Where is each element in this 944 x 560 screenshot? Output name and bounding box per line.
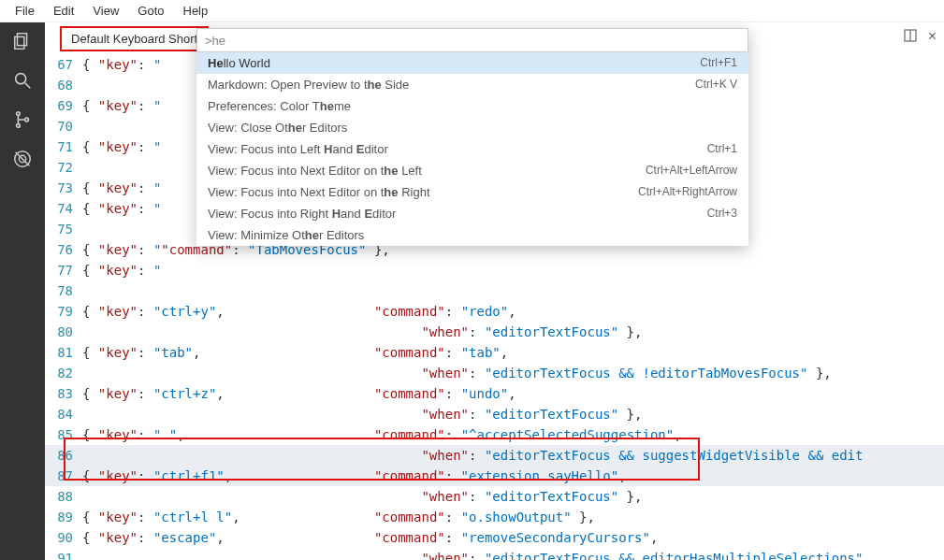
palette-item[interactable]: View: Focus into Next Editor on the Righ… — [196, 181, 748, 203]
code-line[interactable]: 82 "when": "editorTextFocus && !editorTa… — [45, 363, 944, 383]
line-number: 72 — [45, 157, 82, 178]
palette-item-label: View: Minimize Other Editors — [208, 228, 364, 242]
git-icon[interactable] — [11, 108, 34, 131]
code-line[interactable]: 79{ "key": "ctrl+y", "command": "redo", — [45, 301, 944, 322]
menu-view[interactable]: View — [85, 2, 126, 20]
line-number: 85 — [45, 424, 82, 445]
svg-point-6 — [25, 118, 29, 122]
code-content: { "key": "escape", "command": "removeSec… — [82, 527, 944, 548]
command-palette-input[interactable] — [196, 28, 748, 52]
line-number: 71 — [45, 136, 82, 157]
split-editor-icon[interactable] — [904, 29, 917, 45]
command-palette: Hello WorldCtrl+F1Markdown: Open Preview… — [196, 28, 748, 246]
menu-file[interactable]: File — [7, 2, 42, 20]
palette-item-label: View: Focus into Left Hand Editor — [208, 142, 388, 156]
svg-line-9 — [16, 152, 30, 166]
menu-edit[interactable]: Edit — [46, 2, 81, 20]
command-palette-list: Hello WorldCtrl+F1Markdown: Open Preview… — [196, 52, 748, 246]
line-number: 70 — [45, 116, 82, 136]
line-number: 79 — [45, 301, 82, 322]
palette-item[interactable]: Hello WorldCtrl+F1 — [196, 52, 748, 74]
line-number: 75 — [45, 219, 82, 239]
code-content: "when": "editorTextFocus && editorHasMul… — [82, 548, 944, 560]
code-line[interactable]: 90{ "key": "escape", "command": "removeS… — [45, 527, 944, 548]
close-icon[interactable]: × — [928, 28, 937, 45]
palette-item[interactable]: Markdown: Open Preview to the SideCtrl+K… — [196, 74, 748, 95]
code-line[interactable]: 91 "when": "editorTextFocus && editorHas… — [45, 548, 944, 560]
palette-item-label: View: Close Other Editors — [208, 121, 347, 135]
palette-item[interactable]: View: Close Other Editors — [196, 117, 748, 138]
palette-item-label: Hello World — [208, 56, 270, 70]
line-number: 89 — [45, 507, 82, 527]
svg-line-3 — [25, 83, 31, 89]
palette-item-label: View: Focus into Next Editor on the Left — [208, 164, 422, 178]
line-number: 84 — [45, 404, 82, 424]
menu-help[interactable]: Help — [176, 2, 216, 20]
line-number: 88 — [45, 486, 82, 507]
code-content: "when": "editorTextFocus" }, — [82, 322, 944, 342]
palette-item-shortcut: Ctrl+Alt+LeftArrow — [646, 164, 737, 178]
code-content: "when": "editorTextFocus" }, — [82, 486, 944, 507]
code-line[interactable]: 83{ "key": "ctrl+z", "command": "undo", — [45, 383, 944, 404]
editor-actions: × — [904, 28, 937, 45]
line-number: 86 — [45, 445, 82, 466]
palette-item[interactable]: View: Focus into Right Hand EditorCtrl+3 — [196, 203, 748, 224]
line-number: 67 — [45, 54, 82, 75]
palette-item[interactable]: View: Focus into Next Editor on the Left… — [196, 160, 748, 181]
code-content: "when": "editorTextFocus && suggestWidge… — [82, 445, 944, 466]
code-content: "when": "editorTextFocus" }, — [82, 404, 944, 424]
code-line[interactable]: 89{ "key": "ctrl+l l", "command": "o.sho… — [45, 507, 944, 527]
line-number: 77 — [45, 260, 82, 280]
palette-item-shortcut: Ctrl+3 — [707, 207, 737, 221]
svg-point-5 — [17, 124, 21, 128]
menu-bar: File Edit View Goto Help — [0, 0, 944, 22]
palette-item[interactable]: View: Focus into Left Hand EditorCtrl+1 — [196, 138, 748, 160]
line-number: 78 — [45, 280, 82, 301]
code-line[interactable]: 77{ "key": " — [45, 260, 944, 280]
palette-item[interactable]: View: Minimize Other Editors — [196, 224, 748, 246]
code-line[interactable]: 85{ "key": ".", "command": "^acceptSelec… — [45, 424, 944, 445]
palette-item-shortcut: Ctrl+Alt+RightArrow — [638, 185, 737, 199]
code-content: { "key": "ctrl+f1", "command": "extensio… — [82, 466, 944, 486]
palette-item-label: Preferences: Color Theme — [208, 99, 351, 113]
code-content: { "key": " — [82, 260, 944, 280]
code-line[interactable]: 78 — [45, 280, 944, 301]
tab-bar: Default Keyboard Short — [45, 22, 209, 54]
svg-point-2 — [16, 74, 26, 84]
tab-keybindings[interactable]: Default Keyboard Short — [60, 26, 209, 51]
line-number: 91 — [45, 548, 82, 560]
palette-item-shortcut: Ctrl+1 — [707, 142, 737, 156]
line-number: 80 — [45, 322, 82, 342]
code-content: { "key": "ctrl+z", "command": "undo", — [82, 383, 944, 404]
debug-icon[interactable] — [11, 148, 34, 170]
line-number: 73 — [45, 178, 82, 198]
palette-item-label: View: Focus into Right Hand Editor — [208, 207, 396, 221]
line-number: 87 — [45, 466, 82, 486]
line-number: 76 — [45, 239, 82, 260]
code-line[interactable]: 80 "when": "editorTextFocus" }, — [45, 322, 944, 342]
code-line[interactable]: 87{ "key": "ctrl+f1", "command": "extens… — [45, 466, 944, 486]
menu-goto[interactable]: Goto — [130, 2, 171, 20]
code-line[interactable]: 84 "when": "editorTextFocus" }, — [45, 404, 944, 424]
palette-item-label: View: Focus into Next Editor on the Righ… — [208, 185, 430, 199]
line-number: 74 — [45, 198, 82, 219]
line-number: 83 — [45, 383, 82, 404]
files-icon[interactable] — [11, 30, 34, 52]
code-content: "when": "editorTextFocus && !editorTabMo… — [82, 363, 944, 383]
line-number: 81 — [45, 342, 82, 363]
code-content: { "key": "ctrl+y", "command": "redo", — [82, 301, 944, 322]
search-icon[interactable] — [11, 69, 34, 92]
code-content: { "key": "ctrl+l l", "command": "o.showO… — [82, 507, 944, 527]
palette-item[interactable]: Preferences: Color Theme — [196, 95, 748, 117]
line-number: 82 — [45, 363, 82, 383]
code-line[interactable]: 88 "when": "editorTextFocus" }, — [45, 486, 944, 507]
palette-item-shortcut: Ctrl+K V — [695, 78, 737, 92]
line-number: 68 — [45, 75, 82, 95]
code-line[interactable]: 81{ "key": "tab", "command": "tab", — [45, 342, 944, 363]
code-line[interactable]: 86 "when": "editorTextFocus && suggestWi… — [45, 445, 944, 466]
svg-rect-0 — [18, 34, 27, 46]
code-content: { "key": "tab", "command": "tab", — [82, 342, 944, 363]
code-content: { "key": ".", "command": "^acceptSelecte… — [82, 424, 944, 445]
svg-rect-1 — [15, 36, 24, 49]
line-number: 90 — [45, 527, 82, 548]
